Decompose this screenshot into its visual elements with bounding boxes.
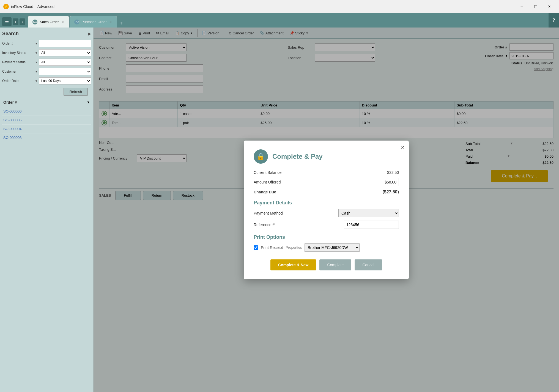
minimize-button[interactable]: –: [516, 2, 528, 11]
filter-orderdate-row: Order Date ▼ Last 90 Days: [2, 77, 91, 84]
filter-payment-label: Payment Status: [2, 60, 34, 64]
tab-purchase-order-close[interactable]: ×: [109, 20, 112, 24]
filter-inventory-select[interactable]: All: [39, 49, 91, 56]
modal-actions: Complete & New Complete Cancel: [254, 259, 399, 270]
order-list-sort-icon: ▼: [87, 100, 90, 104]
modal-title: Complete & Pay: [272, 153, 323, 160]
filter-order-num-arrow: ▼: [35, 42, 38, 45]
tab-sales-order[interactable]: SO Sales Order ×: [28, 16, 69, 28]
amount-offered-label: Amount Offered: [254, 180, 281, 184]
filter-order-num-input[interactable]: [39, 40, 91, 47]
list-item[interactable]: SO-000003: [2, 133, 91, 142]
nav-back-button[interactable]: ‹: [13, 18, 18, 25]
modal-close-button[interactable]: ×: [401, 144, 404, 151]
sidebar-toggle-button[interactable]: ▶: [88, 31, 91, 36]
tab-bar-left: ☰ ‹ ›: [2, 17, 25, 26]
amount-offered-input[interactable]: [344, 178, 399, 186]
filter-orderdate-arrow: ▼: [35, 80, 38, 83]
properties-link[interactable]: Properties: [286, 245, 302, 250]
main-layout: Search ▶ Order # ▼ Inventory Status ▼ Al…: [0, 28, 559, 392]
app-title: inFlow Cloud – Advanced: [11, 4, 54, 9]
close-button[interactable]: ×: [543, 2, 556, 11]
list-item[interactable]: SO-000006: [2, 107, 91, 116]
payment-method-label: Payment Method: [254, 211, 283, 215]
print-receipt-checkbox[interactable]: [254, 245, 258, 250]
order-list-title: Order #: [3, 100, 17, 105]
change-due-value: ($27.50): [382, 190, 399, 194]
filter-payment-select[interactable]: All: [39, 59, 91, 66]
printer-select[interactable]: Brother MFC-J6920DW: [305, 243, 360, 252]
current-balance-row: Current Balance $22.50: [254, 170, 399, 175]
print-receipt-row: Print Receipt Properties Brother MFC-J69…: [254, 243, 399, 252]
tab-po-icon: PO: [74, 20, 79, 24]
reference-num-label: Reference #: [254, 223, 275, 227]
filter-inventory-row: Inventory Status ▼ All: [2, 49, 91, 56]
current-balance-value: $22.50: [387, 170, 399, 175]
filter-order-num-row: Order # ▼: [2, 40, 91, 47]
print-options-title: Print Options: [254, 234, 399, 240]
order-list-header: Order # ▼: [2, 98, 91, 107]
list-item[interactable]: SO-000005: [2, 116, 91, 125]
filter-order-num-label: Order #: [2, 42, 34, 45]
list-item[interactable]: SO-000004: [2, 125, 91, 133]
content-area: 📄 New 💾 Save 🖨 Print ✉ Email 📋 Copy ▼: [94, 28, 559, 392]
amount-offered-row: Amount Offered: [254, 178, 399, 186]
filter-inventory-arrow: ▼: [35, 51, 38, 54]
refresh-button[interactable]: Refresh: [64, 88, 88, 96]
hamburger-button[interactable]: ☰: [2, 17, 12, 26]
filter-inventory-label: Inventory Status: [2, 51, 34, 55]
tab-bar: ☰ ‹ › SO Sales Order × PO Purchase Order…: [0, 13, 559, 28]
title-bar: ⚡ inFlow Cloud – Advanced – □ ×: [0, 0, 559, 13]
sidebar-header: Search ▶: [2, 31, 91, 37]
reference-num-row: Reference #: [254, 221, 399, 229]
sidebar: Search ▶ Order # ▼ Inventory Status ▼ Al…: [0, 28, 94, 392]
payment-method-row: Payment Method Cash: [254, 209, 399, 217]
complete-pay-modal: × 🔒 Complete & Pay Current Balance $22.5…: [244, 141, 409, 279]
tab-sales-order-label: Sales Order: [40, 20, 59, 24]
nav-forward-button[interactable]: ›: [20, 18, 25, 25]
cancel-button[interactable]: Cancel: [355, 259, 382, 270]
lock-icon: 🔒: [254, 149, 268, 164]
reference-num-input[interactable]: [344, 221, 399, 229]
payment-method-select[interactable]: Cash: [338, 209, 399, 217]
filter-customer-label: Customer: [2, 70, 34, 73]
tab-purchase-order[interactable]: PO Purchase Order ×: [70, 16, 117, 28]
modal-header: 🔒 Complete & Pay: [254, 149, 399, 164]
tab-so-icon: SO: [32, 20, 37, 24]
sidebar-title: Search: [2, 31, 19, 37]
tab-add-button[interactable]: +: [117, 20, 125, 26]
change-due-row: Change Due ($27.50): [254, 190, 399, 194]
app-icon: ⚡: [3, 4, 9, 9]
tab-sales-order-close[interactable]: ×: [61, 20, 64, 24]
help-button[interactable]: ?: [549, 13, 559, 28]
complete-new-button[interactable]: Complete & New: [270, 259, 316, 270]
maximize-button[interactable]: □: [529, 2, 542, 11]
filter-payment-row: Payment Status ▼ All: [2, 59, 91, 66]
complete-button[interactable]: Complete: [319, 259, 351, 270]
filter-orderdate-select[interactable]: Last 90 Days: [39, 77, 91, 84]
payment-details-title: Payment Details: [254, 200, 399, 206]
filter-customer-arrow: ▼: [35, 70, 38, 73]
modal-overlay: × 🔒 Complete & Pay Current Balance $22.5…: [94, 28, 559, 392]
filter-customer-row: Customer ▼: [2, 68, 91, 75]
change-due-label: Change Due: [254, 190, 276, 194]
print-receipt-label: Print Receipt: [261, 245, 283, 250]
title-bar-controls: – □ ×: [516, 2, 556, 11]
filter-payment-arrow: ▼: [35, 61, 38, 64]
filter-customer-select[interactable]: [39, 68, 91, 75]
current-balance-label: Current Balance: [254, 170, 281, 175]
tab-purchase-order-label: Purchase Order: [81, 20, 107, 24]
filter-orderdate-label: Order Date: [2, 79, 34, 83]
